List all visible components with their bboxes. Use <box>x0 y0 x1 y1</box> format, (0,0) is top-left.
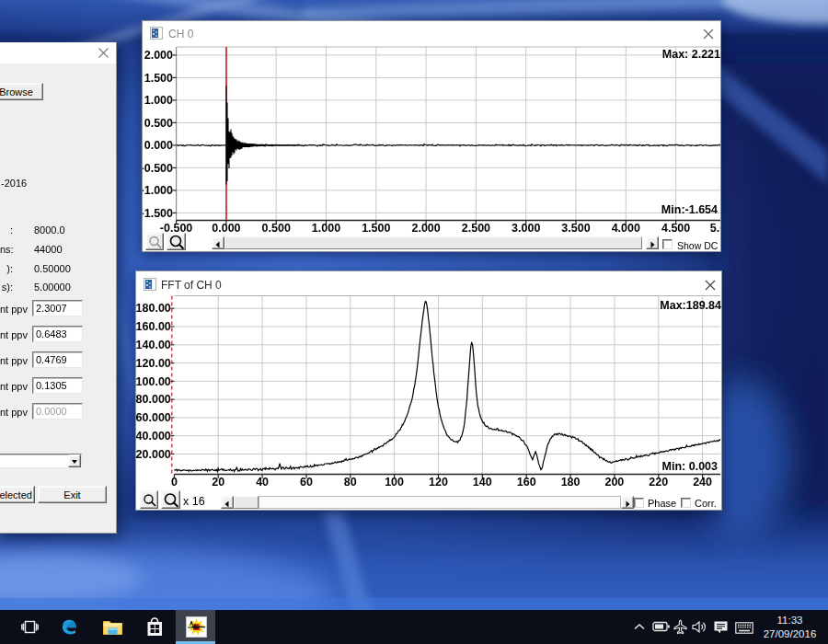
svg-text:2.000: 2.000 <box>144 49 173 62</box>
svg-text:-1.500: -1.500 <box>143 207 173 220</box>
svg-text:0: 0 <box>171 476 178 489</box>
svg-text:60.000: 60.000 <box>136 411 171 424</box>
svg-text:4.500: 4.500 <box>661 222 690 235</box>
svg-text:5.000: 5.000 <box>710 222 720 235</box>
svg-text:-0.500: -0.500 <box>143 162 173 175</box>
svg-text:180: 180 <box>561 476 581 489</box>
svg-text:120.00: 120.00 <box>136 357 171 370</box>
svg-text:140: 140 <box>473 476 492 489</box>
svg-text:0.000: 0.000 <box>212 222 240 235</box>
svg-text:3.500: 3.500 <box>561 222 590 235</box>
svg-text:Max: 2.221: Max: 2.221 <box>662 48 720 61</box>
svg-text:80.000: 80.000 <box>136 393 171 406</box>
svg-text:-1.000: -1.000 <box>143 184 173 197</box>
svg-text:220: 220 <box>649 476 668 489</box>
svg-text:2.500: 2.500 <box>462 222 490 235</box>
svg-text:140.00: 140.00 <box>136 339 171 351</box>
svg-text:0.500: 0.500 <box>262 222 291 235</box>
svg-text:120: 120 <box>429 476 448 489</box>
svg-text:0.500: 0.500 <box>144 117 173 130</box>
svg-text:160: 160 <box>517 476 536 489</box>
svg-text:2.000: 2.000 <box>411 222 440 235</box>
svg-text:60: 60 <box>300 476 313 489</box>
svg-text:4.000: 4.000 <box>612 222 640 235</box>
svg-text:0.000: 0.000 <box>144 139 173 152</box>
svg-text:1.000: 1.000 <box>312 222 340 235</box>
svg-text:100: 100 <box>385 476 404 489</box>
svg-text:Min:-1.654: Min:-1.654 <box>661 203 718 216</box>
svg-text:20.000: 20.000 <box>136 448 171 461</box>
svg-text:100.00: 100.00 <box>136 375 171 388</box>
svg-text:Min: 0.003: Min: 0.003 <box>662 460 718 473</box>
svg-text:40: 40 <box>256 476 269 489</box>
svg-text:1.500: 1.500 <box>362 222 390 235</box>
svg-text:Max:189.84: Max:189.84 <box>660 299 721 312</box>
svg-text:180.00: 180.00 <box>136 302 171 315</box>
svg-text:1.000: 1.000 <box>144 94 173 107</box>
svg-text:20: 20 <box>212 476 224 489</box>
svg-text:1.500: 1.500 <box>144 72 173 85</box>
svg-text:240: 240 <box>693 476 712 489</box>
svg-text:40.000: 40.000 <box>136 430 171 443</box>
svg-text:160.00: 160.00 <box>136 320 171 333</box>
svg-text:3.000: 3.000 <box>512 222 540 235</box>
svg-text:200: 200 <box>604 476 624 489</box>
svg-text:80: 80 <box>344 476 357 489</box>
